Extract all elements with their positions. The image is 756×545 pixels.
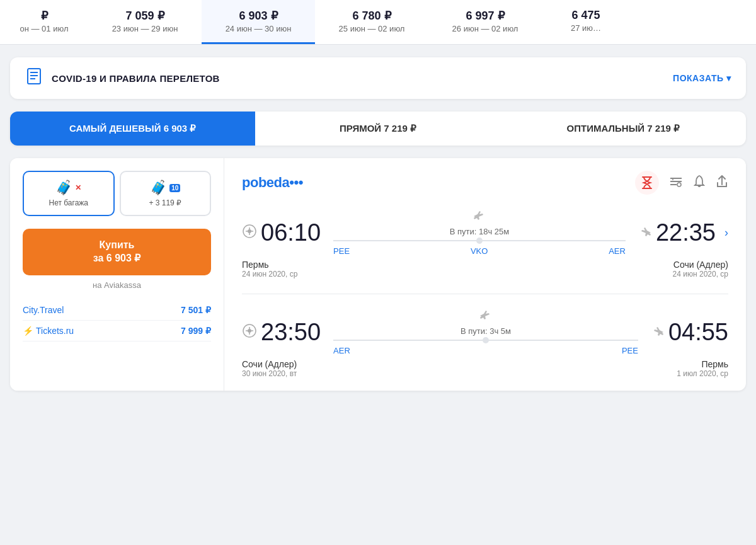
price-dates-6: 27 ию… bbox=[554, 23, 617, 33]
depart-date-1: 24 июн 2020, ср bbox=[242, 270, 297, 278]
price-strip-item-partial-left[interactable]: ₽ он — 01 июл bbox=[0, 0, 88, 44]
route-airports-2: AER PEE bbox=[333, 346, 638, 355]
right-panel: pobeda••• bbox=[224, 158, 746, 391]
baggage-options: 🧳✕ Нет багажа 🧳10 + 3 119 ₽ bbox=[23, 171, 211, 216]
price-amount-3: 6 903 ₽ bbox=[219, 9, 297, 23]
tab-direct[interactable]: ПРЯМОЙ 7 219 ₽ bbox=[255, 112, 500, 146]
no-baggage-label: Нет багажа bbox=[29, 198, 108, 207]
buy-button[interactable]: Купить за 6 903 ₽ bbox=[23, 229, 211, 275]
flight-segment-1: 06:10 В пути: 18ч 25м bbox=[242, 210, 728, 294]
covid-show-label: ПОКАЗАТЬ bbox=[673, 73, 723, 83]
city-date-row-2: Сочи (Адлер) 30 июн 2020, вт Пермь 1 июл… bbox=[242, 359, 728, 378]
seller-item-citytravel: City.Travel 7 501 ₽ bbox=[23, 300, 211, 321]
with-baggage-label: + 3 119 ₽ bbox=[126, 198, 205, 207]
with-baggage-icon: 🧳10 bbox=[126, 180, 205, 196]
arrive-time-val-2: 04:55 bbox=[668, 319, 728, 346]
arrive-city-info-1: Сочи (Адлер) 24 июн 2020, ср bbox=[673, 260, 728, 278]
arrive-city-1: Сочи (Адлер) bbox=[673, 260, 728, 270]
seller-name-tickets[interactable]: Tickets.ru bbox=[23, 326, 74, 336]
flight-row-1: 06:10 В пути: 18ч 25м bbox=[242, 210, 728, 256]
route-middle-1: В пути: 18ч 25м PEE VKO AER bbox=[321, 210, 638, 256]
tab-optimal-label: ОПТИМАЛЬНЫЙ bbox=[567, 123, 645, 134]
price-strip-partial-dates: он — 01 июл bbox=[13, 24, 76, 33]
hourglass-icon[interactable] bbox=[635, 171, 659, 195]
flight-header: pobeda••• bbox=[242, 171, 728, 195]
filter-icon[interactable] bbox=[669, 176, 683, 190]
arrive-block-1: 22:35 › bbox=[638, 219, 728, 246]
buy-button-line2: за 6 903 ₽ bbox=[93, 253, 141, 263]
covid-left: COVID-19 И ПРАВИЛА ПЕРЕЛЕТОВ bbox=[25, 67, 220, 89]
tab-direct-label: ПРЯМОЙ bbox=[340, 123, 381, 134]
airline-dots: ••• bbox=[289, 175, 303, 190]
tab-direct-price: 7 219 ₽ bbox=[384, 123, 416, 134]
baggage-no-baggage[interactable]: 🧳✕ Нет багажа bbox=[23, 171, 115, 216]
price-strip-item-4[interactable]: 6 780 ₽ 25 июн — 02 июл bbox=[315, 0, 428, 44]
route-line-2 bbox=[333, 340, 638, 341]
arrive-date-2: 1 июл 2020, ср bbox=[677, 369, 728, 378]
depart-city-info-2: Сочи (Адлер) 30 июн 2020, вт bbox=[242, 359, 297, 378]
tab-optimal[interactable]: ОПТИМАЛЬНЫЙ 7 219 ₽ bbox=[501, 112, 746, 146]
svg-point-12 bbox=[248, 329, 251, 333]
price-dates-2: 23 июн — 29 июн bbox=[106, 24, 184, 33]
flight-segment-2: 23:50 В пути: 3ч 5м bbox=[242, 309, 728, 378]
airline-name: pobeda bbox=[242, 175, 289, 190]
svg-point-10 bbox=[248, 229, 251, 233]
duration-2: В пути: 3ч 5м bbox=[461, 326, 511, 336]
route-middle-2: В пути: 3ч 5м AER PEE bbox=[321, 309, 651, 355]
price-strip-partial-amount: ₽ bbox=[13, 9, 76, 23]
depart-compass-icon-2 bbox=[242, 323, 257, 342]
price-strip-item-5[interactable]: 6 997 ₽ 26 июн — 02 июл bbox=[428, 0, 542, 44]
depart-code-1: PEE bbox=[333, 246, 350, 256]
price-strip-item-3-active[interactable]: 6 903 ₽ 24 июн — 30 июн bbox=[202, 0, 315, 44]
price-amount-6: 6 475 bbox=[554, 9, 617, 22]
tab-optimal-price: 7 219 ₽ bbox=[647, 123, 680, 134]
depart-city-1: Пермь bbox=[242, 260, 297, 270]
seller-name-citytravel[interactable]: City.Travel bbox=[23, 305, 64, 315]
svg-point-7 bbox=[677, 183, 681, 186]
main-content: COVID-19 И ПРАВИЛА ПЕРЕЛЕТОВ ПОКАЗАТЬ ▾ … bbox=[0, 45, 756, 403]
plane-depart-icon-2 bbox=[479, 309, 493, 323]
covid-banner: COVID-19 И ПРАВИЛА ПЕРЕЛЕТОВ ПОКАЗАТЬ ▾ bbox=[10, 57, 746, 99]
aviakassa-label: на Aviakassa bbox=[23, 280, 211, 290]
arrive-code-1: AER bbox=[609, 246, 626, 256]
price-dates-3: 24 июн — 30 июн bbox=[219, 24, 297, 33]
depart-block-2: 23:50 bbox=[242, 319, 321, 346]
arrive-time-2: 04:55 bbox=[651, 319, 728, 346]
price-dates-4: 25 июн — 02 июл bbox=[333, 24, 411, 33]
city-date-row-1: Пермь 24 июн 2020, ср Сочи (Адлер) 24 ию… bbox=[242, 260, 728, 278]
depart-time-1: 06:10 bbox=[242, 219, 321, 246]
arrive-time-1: 22:35 › bbox=[638, 219, 728, 246]
arrive-city-info-2: Пермь 1 июл 2020, ср bbox=[677, 359, 728, 378]
chevron-down-icon: ▾ bbox=[726, 73, 731, 83]
price-amount-5: 6 997 ₽ bbox=[446, 9, 524, 23]
price-strip-item-partial-right[interactable]: 6 475 27 ию… bbox=[542, 0, 630, 44]
arrive-time-val-1: 22:35 bbox=[656, 219, 716, 246]
depart-time-val-1: 06:10 bbox=[261, 219, 321, 246]
arrive-code-2: PEE bbox=[622, 346, 638, 355]
covid-show-button[interactable]: ПОКАЗАТЬ ▾ bbox=[673, 73, 731, 83]
price-dates-5: 26 июн — 02 июл bbox=[446, 24, 524, 33]
route-line-1 bbox=[333, 240, 626, 241]
seller-price-tickets: 7 999 ₽ bbox=[181, 326, 211, 336]
plane-land-icon-2 bbox=[651, 326, 665, 339]
baggage-with-baggage[interactable]: 🧳10 + 3 119 ₽ bbox=[120, 171, 212, 216]
depart-city-info-1: Пермь 24 июн 2020, ср bbox=[242, 260, 297, 278]
arrive-city-2: Пермь bbox=[677, 359, 728, 369]
price-amount-4: 6 780 ₽ bbox=[333, 9, 411, 23]
expand-icon-1[interactable]: › bbox=[724, 226, 728, 239]
bell-icon[interactable] bbox=[693, 175, 706, 192]
price-strip-item-2[interactable]: 7 059 ₽ 23 июн — 29 июн bbox=[88, 0, 202, 44]
document-icon bbox=[25, 67, 43, 89]
tab-cheapest[interactable]: САМЫЙ ДЕШЕВЫЙ 6 903 ₽ bbox=[10, 112, 255, 146]
depart-code-2: AER bbox=[333, 346, 350, 355]
price-strip: ₽ он — 01 июл 7 059 ₽ 23 июн — 29 июн 6 … bbox=[0, 0, 756, 45]
arrive-block-2: 04:55 bbox=[651, 319, 728, 346]
tab-cheapest-price: 6 903 ₽ bbox=[164, 123, 197, 134]
results-area: 🧳✕ Нет багажа 🧳10 + 3 119 ₽ Купить за 6 … bbox=[10, 158, 746, 391]
duration-1: В пути: 18ч 25м bbox=[450, 227, 510, 236]
price-amount-2: 7 059 ₽ bbox=[106, 9, 184, 23]
depart-time-2: 23:50 bbox=[242, 319, 321, 346]
share-icon[interactable] bbox=[716, 175, 728, 192]
buy-button-line1: Купить bbox=[100, 239, 135, 250]
tab-cheapest-label: САМЫЙ ДЕШЕВЫЙ bbox=[69, 123, 161, 134]
